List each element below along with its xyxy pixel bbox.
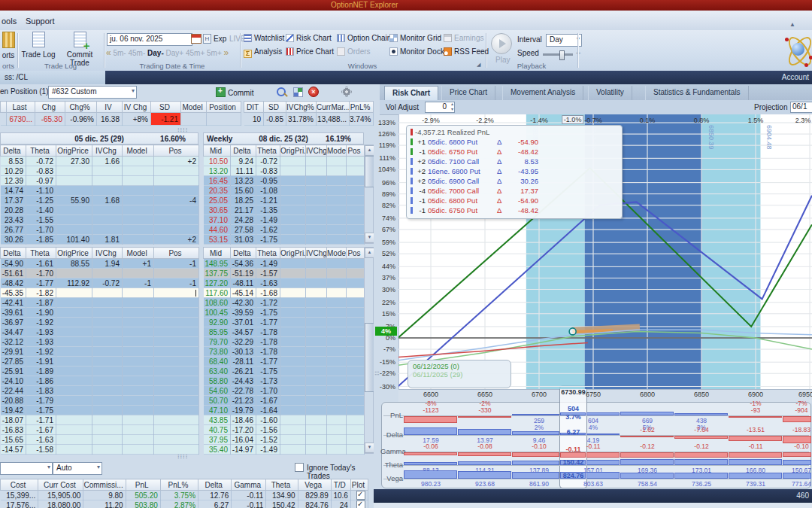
totals-row[interactable]: 17,576...18,080.0011.20503.802.87%6.27-0… <box>1 500 368 508</box>
option-row[interactable]: -18.07-1.71 <box>1 415 199 425</box>
totals-row[interactable]: 15,399...15,905.009.80505.203.75%12.76-0… <box>1 491 368 500</box>
windows-item-earnings[interactable]: Earnings <box>444 34 483 42</box>
summary-row[interactable]: 10-0.8531.78%13,488...3.74% <box>244 113 374 126</box>
option-row[interactable]: -19.42-1.75 <box>1 406 199 415</box>
tab-movement-analysis[interactable]: Movement Analysis <box>502 86 583 100</box>
vol-adjust-spinner[interactable]: 0 ▴ ▾ <box>425 102 455 113</box>
option-row[interactable]: 43.85-18.46-1.60 <box>204 415 365 425</box>
option-row[interactable]: -48.42-1.77112.92-0.72-1-1 <box>1 278 199 288</box>
search-icon[interactable] <box>277 87 286 96</box>
time-step-icon[interactable]: H <box>203 34 211 44</box>
option-row[interactable]: 50.70-21.23-1.67 <box>204 396 365 406</box>
option-row[interactable]: 13.2011.11-0.83 <box>204 166 365 176</box>
tab-statistics-fundamentals[interactable]: Statistics & Fundamentals <box>645 86 749 100</box>
nav-5m-plus[interactable]: 5m+ <box>207 49 222 57</box>
option-row[interactable]: 17.37-1.2555.901.68-4 <box>1 196 199 205</box>
option-row[interactable]: -39.61-1.90 <box>1 308 199 318</box>
windows-item-rss-feed[interactable]: RSS Feed <box>444 47 489 56</box>
windows-item-monitor-grid[interactable]: Monitor Grid <box>389 34 441 42</box>
tab-price-chart[interactable]: Price Chart <box>441 86 495 100</box>
option-row[interactable]: -42.41-1.87 <box>1 298 199 308</box>
nav-45m-plus[interactable]: 45m+ <box>186 49 205 57</box>
menu-tools[interactable]: ools <box>2 17 17 26</box>
option-row[interactable]: -54.90-1.6188.551.94+1-1 <box>1 259 199 269</box>
option-row[interactable]: 92.90-37.01-1.77 <box>204 318 365 327</box>
option-row[interactable]: 10.509.24-0.72 <box>204 157 365 166</box>
commit-button[interactable]: Commit <box>216 87 253 97</box>
trading-date-input[interactable]: ju. 06 nov. 2025 <box>107 33 192 46</box>
option-row[interactable]: -45.35-1.82 <box>1 288 199 298</box>
windows-item-orders[interactable]: Orders <box>337 47 371 56</box>
projection-input[interactable]: 06/1 <box>790 102 812 113</box>
option-row[interactable]: -24.10-1.86 <box>1 376 199 386</box>
option-row[interactable]: -27.85-1.91 <box>1 357 199 367</box>
option-row[interactable]: 79.70-32.29-1.78 <box>204 337 365 347</box>
mode-select[interactable]: Auto▾ <box>53 462 102 475</box>
option-row[interactable]: 44.6027.58-1.62 <box>204 225 365 235</box>
exp-button[interactable]: Exp <box>214 35 226 43</box>
option-row[interactable]: 23.43-1.55 <box>1 215 199 225</box>
option-row[interactable]: 47.10-19.79-1.64 <box>204 406 365 415</box>
option-row[interactable]: -34.47-1.93 <box>1 327 199 337</box>
windows-expander-icon[interactable]: ◢ <box>477 62 480 68</box>
option-row[interactable]: 63.40-26.21-1.75 <box>204 367 365 376</box>
option-row[interactable]: 14.74-1.10 <box>1 186 199 196</box>
nav-45m-minus[interactable]: 45m- <box>128 49 145 57</box>
spinner-down-icon[interactable]: ▾ <box>451 106 453 111</box>
windows-item-watchlist[interactable]: Watchlist <box>244 34 284 42</box>
option-row[interactable]: 16.4513.23-0.95 <box>204 176 365 186</box>
windows-item-option-chain[interactable]: Option Chain <box>337 34 391 42</box>
nav-back-icon[interactable]: « <box>106 47 111 58</box>
option-row[interactable]: 148.95-54.36-1.49 <box>204 259 365 269</box>
option-row[interactable]: 100.45-39.59-1.75 <box>204 308 365 318</box>
option-row[interactable]: 53.1531.03-1.75 <box>204 235 365 245</box>
option-row[interactable]: 58.80-24.43-1.73 <box>204 376 365 386</box>
position-preset-select[interactable]: #632 Custom▾ <box>48 86 137 99</box>
option-row[interactable]: 12.39-0.97 <box>1 176 199 186</box>
nav-day-minus[interactable]: Day- <box>147 49 164 57</box>
menu-support[interactable]: Support <box>26 17 55 26</box>
option-row[interactable]: 40.75-17.20-1.56 <box>204 425 365 435</box>
option-row[interactable]: 127.20-48.11-1.63 <box>204 278 365 288</box>
plot-checkbox[interactable] <box>356 491 365 500</box>
option-row[interactable]: 137.75-51.19-1.57 <box>204 269 365 278</box>
trade-log-button[interactable]: Trade Log <box>20 32 57 59</box>
windows-item-price-chart[interactable]: Price Chart <box>286 47 334 56</box>
option-row[interactable]: 30.26-1.85101.401.81+2 <box>1 235 199 245</box>
option-row[interactable]: -14.57-1.58 <box>1 445 199 455</box>
close-position-icon[interactable]: × <box>308 87 319 97</box>
spinner-up-icon[interactable]: ▴ <box>451 101 453 106</box>
option-row[interactable]: -16.83-1.67 <box>1 425 199 435</box>
option-row[interactable]: -29.91-1.92 <box>1 347 199 357</box>
play-button[interactable] <box>491 33 512 54</box>
option-row[interactable]: 25.0518.25-1.21 <box>204 196 365 205</box>
tab-risk-chart[interactable]: Risk Chart <box>384 86 438 100</box>
option-row[interactable]: 10.29-0.83 <box>1 166 199 176</box>
option-row[interactable]: -51.61-1.70 <box>1 269 199 278</box>
option-row[interactable]: 117.60-45.14-1.68 <box>204 288 365 298</box>
option-row[interactable]: 20.28-1.40 <box>1 205 199 215</box>
windows-item-monitor-dock[interactable]: Monitor Dock <box>389 47 444 56</box>
windows-item-risk-chart[interactable]: Risk Chart <box>286 34 332 42</box>
speed-slider-thumb[interactable] <box>559 50 565 60</box>
tab-class-cl[interactable]: ss: /CL <box>0 71 105 84</box>
option-row[interactable]: 73.80-30.13-1.78 <box>204 347 365 357</box>
reports-button[interactable]: orts <box>0 32 17 59</box>
option-row[interactable]: 68.40-28.11-1.77 <box>204 357 365 367</box>
option-row[interactable]: 35.40-14.97-1.49 <box>204 445 365 455</box>
option-row[interactable]: 26.77-1.70 <box>1 225 199 235</box>
tab-volatility[interactable]: Volatility <box>588 86 632 100</box>
nav-5m-minus[interactable]: 5m- <box>113 49 126 57</box>
interval-select[interactable]: Day▾ <box>546 34 582 47</box>
option-row[interactable]: 54.60-22.78-1.70 <box>204 386 365 396</box>
calendar-icon[interactable] <box>191 34 201 44</box>
option-row[interactable]: 37.1024.28-1.49 <box>204 215 365 225</box>
export-icon[interactable] <box>293 87 303 97</box>
option-row[interactable]: 85.95-34.57-1.78 <box>204 327 365 337</box>
option-row[interactable]: -25.91-1.89 <box>1 367 199 376</box>
gear-icon[interactable] <box>342 87 351 96</box>
option-row[interactable]: 108.60-42.30-1.72 <box>204 298 365 308</box>
nav-forward-icon[interactable]: » <box>224 47 229 58</box>
title-bar[interactable]: OptionNET Explorer <box>0 0 812 11</box>
windows-item-analysis[interactable]: ΣAnalysis <box>244 47 282 58</box>
